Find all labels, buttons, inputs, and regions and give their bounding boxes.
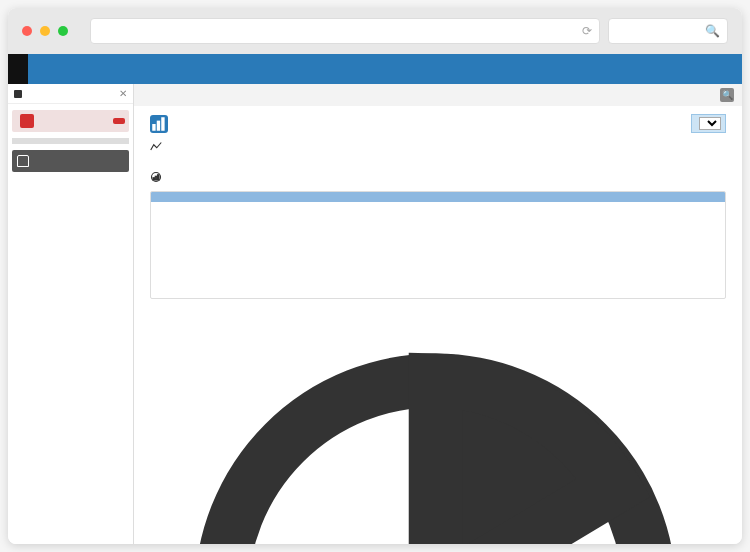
- maximize-dot[interactable]: [58, 26, 68, 36]
- svg-rect-1: [157, 120, 160, 130]
- bag-icon: [17, 155, 29, 167]
- top-nav: [8, 54, 742, 84]
- svg-rect-6: [158, 175, 160, 180]
- sidebar: ✕: [8, 84, 134, 544]
- address-bar[interactable]: [90, 18, 600, 44]
- titlebar: ⟳ 🔍: [8, 8, 742, 54]
- svg-rect-4: [153, 178, 155, 180]
- months-section-title: [150, 171, 726, 183]
- user-icon: [14, 90, 22, 98]
- period-section-title: [150, 141, 726, 153]
- main-content: 🔍: [134, 84, 742, 544]
- chart-canvas: [161, 208, 715, 288]
- contratar-button[interactable]: [12, 150, 129, 172]
- logo[interactable]: [8, 54, 28, 84]
- overview-icon: [150, 115, 168, 133]
- user-tools-icon[interactable]: ✕: [119, 88, 127, 99]
- chart-panel: [150, 191, 726, 299]
- svg-rect-2: [161, 117, 164, 131]
- invoices-section-title: [150, 309, 726, 544]
- minimize-dot[interactable]: [40, 26, 50, 36]
- period-badge: [691, 114, 726, 133]
- svg-rect-0: [152, 124, 155, 131]
- plan-badge: [20, 114, 34, 128]
- plan-box: [12, 110, 129, 132]
- period-select[interactable]: [699, 117, 721, 130]
- plan-note: [12, 138, 129, 144]
- close-dot[interactable]: [22, 26, 32, 36]
- breadcrumb: 🔍: [134, 84, 742, 106]
- svg-rect-5: [155, 176, 157, 180]
- refresh-icon[interactable]: ⟳: [582, 24, 592, 38]
- page-search-icon[interactable]: 🔍: [720, 88, 734, 102]
- renovar-button[interactable]: [113, 118, 125, 124]
- user-box[interactable]: ✕: [8, 84, 133, 104]
- chart-header: [151, 192, 725, 202]
- search-icon[interactable]: 🔍: [705, 24, 720, 38]
